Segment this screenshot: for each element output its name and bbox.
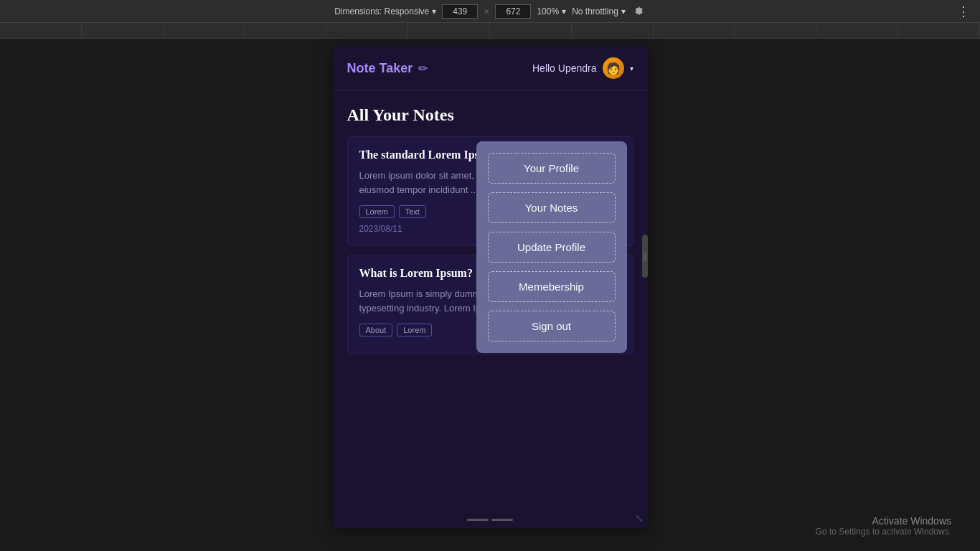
main-area: Note Taker ✏ Hello Upendra 🧑 ▾ All Your … bbox=[0, 39, 980, 551]
resize-handle[interactable]: ⤡ bbox=[635, 512, 644, 524]
ruler-seg-2 bbox=[82, 23, 164, 38]
ruler-seg-9 bbox=[654, 23, 735, 38]
note-tag-about: About bbox=[359, 324, 393, 336]
height-input[interactable] bbox=[495, 4, 531, 19]
ruler-seg-5 bbox=[326, 23, 408, 38]
ruler-seg-3 bbox=[164, 23, 245, 38]
width-input[interactable] bbox=[442, 4, 478, 19]
user-dropdown-menu: Your Profile Your Notes Update Profile M… bbox=[476, 141, 627, 353]
zoom-label: 100% bbox=[537, 6, 559, 17]
note-tag-lorem: Lorem bbox=[359, 205, 395, 218]
user-dropdown-arrow[interactable]: ▾ bbox=[630, 65, 633, 72]
bottom-bar-line-1 bbox=[467, 519, 489, 521]
sign-out-button[interactable]: Sign out bbox=[488, 311, 616, 342]
app-body: All Your Notes The standard Lorem Ipsum … bbox=[333, 91, 648, 377]
dimensions-label: Dimensions: Responsive bbox=[334, 6, 429, 17]
ruler-seg-6 bbox=[408, 23, 490, 38]
ruler-seg-1 bbox=[0, 23, 82, 38]
bottom-bar bbox=[467, 519, 513, 521]
your-notes-button[interactable]: Your Notes bbox=[488, 192, 616, 223]
user-menu-trigger[interactable]: Hello Upendra 🧑 ▾ bbox=[532, 57, 633, 79]
app-logo-text: Note Taker bbox=[347, 61, 413, 76]
ruler-seg-8 bbox=[572, 23, 654, 38]
membership-button[interactable]: Memebership bbox=[488, 271, 616, 302]
edit-icon: ✏ bbox=[418, 62, 428, 75]
ruler-seg-11 bbox=[816, 23, 898, 38]
your-profile-button[interactable]: Your Profile bbox=[488, 153, 616, 184]
browser-toolbar: Dimensions: Responsive ▾ × 100% ▾ No thr… bbox=[0, 0, 980, 23]
zoom-selector[interactable]: 100% ▾ bbox=[537, 6, 566, 17]
throttling-selector[interactable]: No throttling ▾ bbox=[572, 6, 626, 17]
more-options-icon[interactable]: ⋮ bbox=[957, 4, 971, 19]
ruler-seg-12 bbox=[898, 23, 980, 38]
bottom-bar-line-2 bbox=[491, 519, 513, 521]
page-title: All Your Notes bbox=[347, 105, 633, 125]
ruler-seg-7 bbox=[490, 23, 572, 38]
windows-activation: Activate Windows Go to Settings to activ… bbox=[816, 515, 951, 537]
ruler-seg-4 bbox=[245, 23, 326, 38]
dimension-separator: × bbox=[484, 6, 489, 17]
throttling-label: No throttling bbox=[572, 6, 618, 17]
update-profile-button[interactable]: Update Profile bbox=[488, 232, 616, 263]
dimensions-selector[interactable]: Dimensions: Responsive ▾ bbox=[334, 6, 436, 17]
settings-icon[interactable] bbox=[631, 4, 646, 19]
throttling-dropdown-icon[interactable]: ▾ bbox=[621, 6, 626, 17]
note-tag-text: Text bbox=[399, 205, 426, 218]
ruler-seg-10 bbox=[735, 23, 816, 38]
zoom-dropdown-icon[interactable]: ▾ bbox=[562, 6, 566, 17]
ruler-bar bbox=[0, 23, 980, 39]
windows-activation-title: Activate Windows bbox=[816, 515, 951, 527]
avatar: 🧑 bbox=[603, 57, 624, 79]
scrollbar-handle[interactable]: ‖ bbox=[642, 235, 648, 278]
app-header: Note Taker ✏ Hello Upendra 🧑 ▾ bbox=[333, 46, 648, 91]
app-container: Note Taker ✏ Hello Upendra 🧑 ▾ All Your … bbox=[333, 46, 648, 528]
dimensions-dropdown-icon[interactable]: ▾ bbox=[432, 6, 436, 17]
user-greeting: Hello Upendra bbox=[532, 62, 597, 74]
windows-activation-subtitle: Go to Settings to activate Windows. bbox=[816, 527, 951, 537]
note-tag-lorem-2: Lorem bbox=[397, 324, 432, 336]
app-logo: Note Taker ✏ bbox=[347, 61, 428, 76]
